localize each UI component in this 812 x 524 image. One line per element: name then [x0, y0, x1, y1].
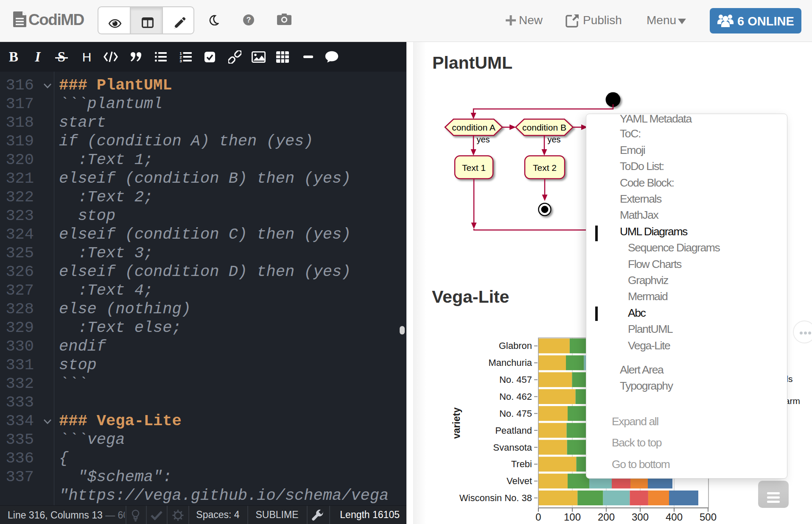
svg-text:Glabron: Glabron [499, 340, 532, 351]
svg-text:Velvet: Velvet [507, 476, 532, 486]
svg-text:variety: variety [451, 407, 462, 439]
svg-text:3: 3 [179, 59, 182, 63]
svg-text:Svansota: Svansota [493, 442, 532, 453]
svg-text:No. 475: No. 475 [499, 408, 532, 419]
svg-text:No. 462: No. 462 [499, 391, 532, 402]
svg-text:300: 300 [632, 511, 649, 523]
svg-text:Wisconsin No. 38: Wisconsin No. 38 [459, 493, 532, 503]
svg-text:200: 200 [598, 511, 615, 523]
svg-text:400: 400 [666, 511, 683, 523]
svg-text:Trebi: Trebi [511, 459, 532, 469]
svg-text:No. 457: No. 457 [499, 374, 532, 385]
svg-text:?: ? [246, 16, 251, 24]
svg-text:Manchuria: Manchuria [488, 357, 532, 368]
svg-text:100: 100 [564, 511, 581, 523]
svg-text:0: 0 [535, 511, 541, 523]
svg-text:500: 500 [700, 511, 717, 523]
svg-text:Peatland: Peatland [495, 425, 532, 436]
